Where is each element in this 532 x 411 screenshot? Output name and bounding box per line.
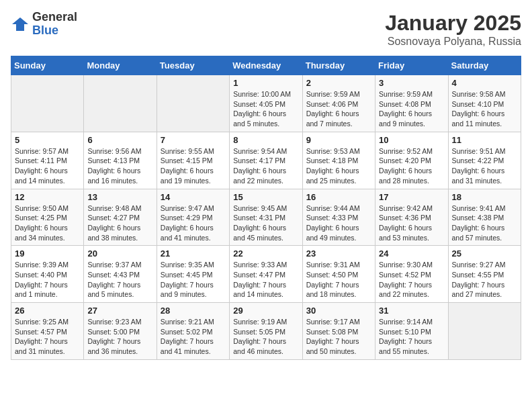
calendar-cell: 31Sunrise: 9:14 AM Sunset: 5:10 PM Dayli… [375, 303, 448, 360]
calendar-cell: 12Sunrise: 9:50 AM Sunset: 4:25 PM Dayli… [11, 189, 84, 246]
calendar-cell: 3Sunrise: 9:59 AM Sunset: 4:08 PM Daylig… [375, 75, 448, 132]
calendar-cell: 5Sunrise: 9:57 AM Sunset: 4:11 PM Daylig… [11, 132, 84, 189]
day-of-week-header: Friday [375, 56, 448, 75]
day-info: Sunrise: 9:54 AM Sunset: 4:17 PM Dayligh… [233, 146, 298, 186]
day-info: Sunrise: 9:17 AM Sunset: 5:08 PM Dayligh… [306, 317, 371, 357]
page-header: General Blue January 2025 Sosnovaya Poly… [11, 11, 521, 48]
day-info: Sunrise: 9:35 AM Sunset: 4:45 PM Dayligh… [161, 260, 226, 300]
day-info: Sunrise: 9:41 AM Sunset: 4:38 PM Dayligh… [452, 203, 517, 243]
calendar-cell: 23Sunrise: 9:31 AM Sunset: 4:50 PM Dayli… [302, 246, 375, 303]
day-number: 13 [87, 192, 152, 202]
day-info: Sunrise: 9:27 AM Sunset: 4:55 PM Dayligh… [452, 260, 517, 300]
calendar-cell: 27Sunrise: 9:23 AM Sunset: 5:00 PM Dayli… [84, 303, 157, 360]
day-info: Sunrise: 9:53 AM Sunset: 4:18 PM Dayligh… [306, 146, 371, 186]
day-number: 31 [379, 306, 444, 316]
day-info: Sunrise: 9:21 AM Sunset: 5:02 PM Dayligh… [161, 317, 226, 357]
calendar-header: SundayMondayTuesdayWednesdayThursdayFrid… [11, 56, 521, 75]
day-number: 5 [15, 135, 80, 145]
day-of-week-header: Wednesday [230, 56, 302, 75]
day-number: 22 [233, 248, 298, 259]
day-number: 26 [15, 306, 80, 316]
calendar-cell [11, 75, 84, 132]
day-info: Sunrise: 9:56 AM Sunset: 4:13 PM Dayligh… [87, 146, 152, 186]
day-number: 6 [87, 135, 152, 145]
calendar-cell: 14Sunrise: 9:47 AM Sunset: 4:29 PM Dayli… [157, 189, 229, 246]
day-number: 23 [306, 248, 371, 259]
day-info: Sunrise: 9:37 AM Sunset: 4:43 PM Dayligh… [87, 260, 152, 300]
day-info: Sunrise: 9:31 AM Sunset: 4:50 PM Dayligh… [306, 260, 371, 300]
day-info: Sunrise: 9:42 AM Sunset: 4:36 PM Dayligh… [379, 203, 444, 243]
calendar-cell: 25Sunrise: 9:27 AM Sunset: 4:55 PM Dayli… [448, 246, 521, 303]
day-info: Sunrise: 9:55 AM Sunset: 4:15 PM Dayligh… [161, 146, 226, 186]
day-info: Sunrise: 9:33 AM Sunset: 4:47 PM Dayligh… [233, 260, 298, 300]
day-number: 2 [306, 78, 371, 88]
day-info: Sunrise: 9:45 AM Sunset: 4:31 PM Dayligh… [233, 203, 298, 243]
calendar-cell: 24Sunrise: 9:30 AM Sunset: 4:52 PM Dayli… [375, 246, 448, 303]
day-info: Sunrise: 9:14 AM Sunset: 5:10 PM Dayligh… [379, 317, 444, 357]
calendar-cell [157, 75, 229, 132]
day-number: 29 [233, 306, 298, 316]
day-number: 4 [452, 78, 517, 88]
day-number: 18 [452, 192, 517, 202]
day-number: 25 [452, 248, 517, 259]
day-number: 24 [379, 248, 444, 259]
calendar-cell: 18Sunrise: 9:41 AM Sunset: 4:38 PM Dayli… [448, 189, 521, 246]
calendar-cell: 9Sunrise: 9:53 AM Sunset: 4:18 PM Daylig… [302, 132, 375, 189]
day-number: 19 [15, 248, 80, 259]
day-info: Sunrise: 9:47 AM Sunset: 4:29 PM Dayligh… [161, 203, 226, 243]
calendar-week-row: 19Sunrise: 9:39 AM Sunset: 4:40 PM Dayli… [11, 246, 521, 303]
day-of-week-header: Saturday [448, 56, 521, 75]
day-info: Sunrise: 9:50 AM Sunset: 4:25 PM Dayligh… [15, 203, 80, 243]
calendar-cell: 16Sunrise: 9:44 AM Sunset: 4:33 PM Dayli… [302, 189, 375, 246]
calendar-cell: 15Sunrise: 9:45 AM Sunset: 4:31 PM Dayli… [230, 189, 302, 246]
day-info: Sunrise: 9:58 AM Sunset: 4:10 PM Dayligh… [452, 89, 517, 129]
calendar-cell: 19Sunrise: 9:39 AM Sunset: 4:40 PM Dayli… [11, 246, 84, 303]
calendar-cell: 26Sunrise: 9:25 AM Sunset: 4:57 PM Dayli… [11, 303, 84, 360]
day-info: Sunrise: 9:19 AM Sunset: 5:05 PM Dayligh… [233, 317, 298, 357]
day-number: 8 [233, 135, 298, 145]
day-number: 12 [15, 192, 80, 202]
calendar-cell: 1Sunrise: 10:00 AM Sunset: 4:05 PM Dayli… [230, 75, 302, 132]
calendar-cell: 22Sunrise: 9:33 AM Sunset: 4:47 PM Dayli… [230, 246, 302, 303]
calendar-cell: 20Sunrise: 9:37 AM Sunset: 4:43 PM Dayli… [84, 246, 157, 303]
calendar-cell [84, 75, 157, 132]
day-number: 28 [161, 306, 226, 316]
day-number: 15 [233, 192, 298, 202]
day-number: 7 [161, 135, 226, 145]
logo-general: General [32, 11, 77, 24]
day-info: Sunrise: 9:59 AM Sunset: 4:08 PM Dayligh… [379, 89, 444, 129]
day-info: Sunrise: 9:39 AM Sunset: 4:40 PM Dayligh… [15, 260, 80, 300]
day-number: 11 [452, 135, 517, 145]
logo-blue: Blue [32, 24, 77, 38]
calendar-cell: 17Sunrise: 9:42 AM Sunset: 4:36 PM Dayli… [375, 189, 448, 246]
day-of-week-header: Sunday [11, 56, 84, 75]
calendar-cell: 4Sunrise: 9:58 AM Sunset: 4:10 PM Daylig… [448, 75, 521, 132]
day-number: 3 [379, 78, 444, 88]
calendar-week-row: 1Sunrise: 10:00 AM Sunset: 4:05 PM Dayli… [11, 75, 521, 132]
day-number: 14 [161, 192, 226, 202]
calendar-week-row: 5Sunrise: 9:57 AM Sunset: 4:11 PM Daylig… [11, 132, 521, 189]
logo-text: General Blue [32, 11, 77, 38]
day-info: Sunrise: 9:25 AM Sunset: 4:57 PM Dayligh… [15, 317, 80, 357]
day-number: 1 [233, 78, 298, 88]
day-number: 21 [161, 248, 226, 259]
logo-icon [11, 15, 30, 34]
day-number: 9 [306, 135, 371, 145]
day-of-week-header: Thursday [302, 56, 375, 75]
calendar-cell [448, 303, 521, 360]
day-of-week-header: Monday [84, 56, 157, 75]
calendar-cell: 7Sunrise: 9:55 AM Sunset: 4:15 PM Daylig… [157, 132, 229, 189]
title-block: January 2025 Sosnovaya Polyana, Russia [385, 11, 521, 48]
day-info: Sunrise: 10:00 AM Sunset: 4:05 PM Daylig… [233, 89, 298, 129]
day-number: 16 [306, 192, 371, 202]
calendar-cell: 6Sunrise: 9:56 AM Sunset: 4:13 PM Daylig… [84, 132, 157, 189]
logo: General Blue [11, 11, 77, 38]
calendar-body: 1Sunrise: 10:00 AM Sunset: 4:05 PM Dayli… [11, 75, 521, 360]
calendar-week-row: 12Sunrise: 9:50 AM Sunset: 4:25 PM Dayli… [11, 189, 521, 246]
day-info: Sunrise: 9:51 AM Sunset: 4:22 PM Dayligh… [452, 146, 517, 186]
day-number: 27 [87, 306, 152, 316]
header-row: SundayMondayTuesdayWednesdayThursdayFrid… [11, 56, 521, 75]
day-number: 10 [379, 135, 444, 145]
calendar-cell: 29Sunrise: 9:19 AM Sunset: 5:05 PM Dayli… [230, 303, 302, 360]
day-info: Sunrise: 9:44 AM Sunset: 4:33 PM Dayligh… [306, 203, 371, 243]
